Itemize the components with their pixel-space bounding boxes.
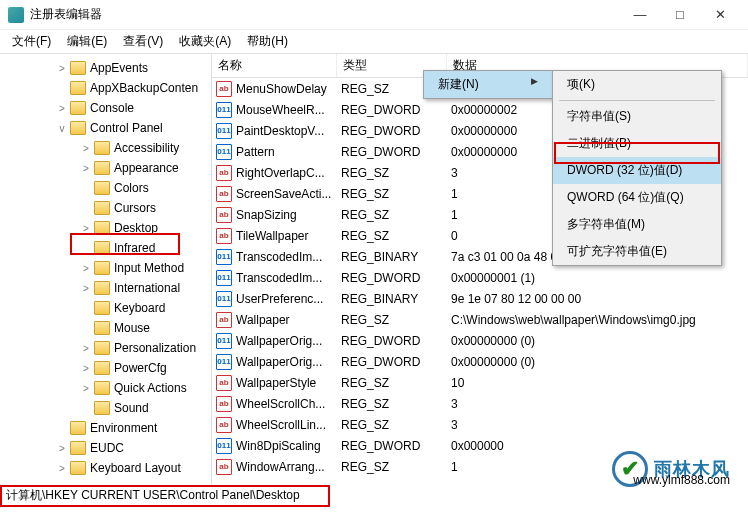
folder-icon (94, 401, 110, 415)
expand-icon[interactable]: > (80, 143, 92, 154)
folder-icon (94, 181, 110, 195)
list-row[interactable]: 011WallpaperOrig...REG_DWORD0x00000000 (… (212, 351, 748, 372)
value-type: REG_DWORD (341, 355, 451, 369)
tree-item-appearance[interactable]: >Appearance (0, 158, 211, 178)
expand-icon[interactable]: > (80, 343, 92, 354)
folder-icon (70, 101, 86, 115)
folder-icon (94, 381, 110, 395)
tree-label: Accessibility (114, 141, 179, 155)
maximize-button[interactable]: □ (660, 0, 700, 30)
tree-item-desktop[interactable]: >Desktop (0, 218, 211, 238)
menu-view[interactable]: 查看(V) (115, 31, 171, 52)
expand-icon[interactable]: > (56, 63, 68, 74)
submenu-item[interactable]: 字符串值(S) (553, 103, 721, 130)
tree-item-accessibility[interactable]: >Accessibility (0, 138, 211, 158)
tree-item-quick-actions[interactable]: >Quick Actions (0, 378, 211, 398)
context-submenu[interactable]: 项(K)字符串值(S)二进制值(B)DWORD (32 位)值(D)QWORD … (552, 70, 722, 266)
expand-icon[interactable]: > (56, 463, 68, 474)
value-name: WheelScrollLin... (236, 418, 341, 432)
value-icon: 011 (216, 333, 232, 349)
menu-file[interactable]: 文件(F) (4, 31, 59, 52)
tree-item-personalization[interactable]: >Personalization (0, 338, 211, 358)
tree-item-keyboard-layout[interactable]: >Keyboard Layout (0, 458, 211, 478)
submenu-item[interactable]: 多字符串值(M) (553, 211, 721, 238)
value-icon: 011 (216, 102, 232, 118)
close-button[interactable]: ✕ (700, 0, 740, 30)
minimize-button[interactable]: — (620, 0, 660, 30)
menu-item-new[interactable]: 新建(N) ▶ (424, 71, 552, 98)
tree-label: Desktop (114, 221, 158, 235)
list-row[interactable]: 011UserPreferenc...REG_BINARY9e 1e 07 80… (212, 288, 748, 309)
value-name: Pattern (236, 145, 341, 159)
submenu-item[interactable]: 项(K) (553, 71, 721, 98)
folder-icon (94, 161, 110, 175)
menu-edit[interactable]: 编辑(E) (59, 31, 115, 52)
expand-icon[interactable]: v (56, 123, 68, 134)
value-name: UserPreferenc... (236, 292, 341, 306)
expand-icon[interactable]: > (56, 443, 68, 454)
list-row[interactable]: abWallpaperStyleREG_SZ10 (212, 372, 748, 393)
tree-label: Colors (114, 181, 149, 195)
expand-icon[interactable]: > (80, 383, 92, 394)
tree-label: Environment (90, 421, 157, 435)
value-type: REG_SZ (341, 187, 451, 201)
value-name: WindowArrang... (236, 460, 341, 474)
submenu-item[interactable]: 可扩充字符串值(E) (553, 238, 721, 265)
tree-item-environment[interactable]: Environment (0, 418, 211, 438)
value-icon: 011 (216, 354, 232, 370)
tree-label: Keyboard Layout (90, 461, 181, 475)
tree-item-powercfg[interactable]: >PowerCfg (0, 358, 211, 378)
list-row[interactable]: abWheelScrollLin...REG_SZ3 (212, 414, 748, 435)
menu-help[interactable]: 帮助(H) (239, 31, 296, 52)
submenu-item[interactable]: QWORD (64 位)值(Q) (553, 184, 721, 211)
list-row[interactable]: 011WallpaperOrig...REG_DWORD0x00000000 (… (212, 330, 748, 351)
tree-item-control-panel[interactable]: vControl Panel (0, 118, 211, 138)
tree-label: PowerCfg (114, 361, 167, 375)
list-row[interactable]: abWallpaperREG_SZC:\Windows\web\wallpape… (212, 309, 748, 330)
tree-item-infrared[interactable]: Infrared (0, 238, 211, 258)
menu-favorites[interactable]: 收藏夹(A) (171, 31, 239, 52)
value-type: REG_SZ (341, 376, 451, 390)
folder-icon (70, 421, 86, 435)
tree-item-mouse[interactable]: Mouse (0, 318, 211, 338)
expand-icon[interactable]: > (80, 163, 92, 174)
folder-icon (70, 121, 86, 135)
window-title: 注册表编辑器 (30, 6, 620, 23)
submenu-item[interactable]: DWORD (32 位)值(D) (553, 157, 721, 184)
folder-icon (94, 321, 110, 335)
expand-icon[interactable]: > (80, 223, 92, 234)
tree-item-input-method[interactable]: >Input Method (0, 258, 211, 278)
tree-item-appevents[interactable]: >AppEvents (0, 58, 211, 78)
expand-icon[interactable]: > (56, 103, 68, 114)
value-type: REG_BINARY (341, 250, 451, 264)
value-data: C:\Windows\web\wallpaper\Windows\img0.jp… (451, 313, 748, 327)
list-row[interactable]: 011TranscodedIm...REG_DWORD0x00000001 (1… (212, 267, 748, 288)
tree-item-sound[interactable]: Sound (0, 398, 211, 418)
tree-item-colors[interactable]: Colors (0, 178, 211, 198)
tree-item-eudc[interactable]: >EUDC (0, 438, 211, 458)
expand-icon[interactable]: > (80, 283, 92, 294)
expand-icon[interactable]: > (80, 263, 92, 274)
value-name: WallpaperOrig... (236, 355, 341, 369)
tree-label: Personalization (114, 341, 196, 355)
tree-item-cursors[interactable]: Cursors (0, 198, 211, 218)
tree-label: Infrared (114, 241, 155, 255)
context-menu-new[interactable]: 新建(N) ▶ (423, 70, 553, 99)
folder-icon (94, 301, 110, 315)
value-icon: 011 (216, 270, 232, 286)
tree-item-console[interactable]: >Console (0, 98, 211, 118)
expand-icon[interactable]: > (80, 363, 92, 374)
folder-icon (70, 61, 86, 75)
value-name: PaintDesktopV... (236, 124, 341, 138)
value-type: REG_SZ (341, 166, 451, 180)
col-name[interactable]: 名称 (212, 54, 337, 77)
value-name: Win8DpiScaling (236, 439, 341, 453)
tree-label: Appearance (114, 161, 179, 175)
app-icon (8, 7, 24, 23)
folder-icon (94, 221, 110, 235)
submenu-item[interactable]: 二进制值(B) (553, 130, 721, 157)
tree-item-keyboard[interactable]: Keyboard (0, 298, 211, 318)
tree-item-appxbackupconten[interactable]: AppXBackupConten (0, 78, 211, 98)
list-row[interactable]: abWheelScrollCh...REG_SZ3 (212, 393, 748, 414)
tree-item-international[interactable]: >International (0, 278, 211, 298)
